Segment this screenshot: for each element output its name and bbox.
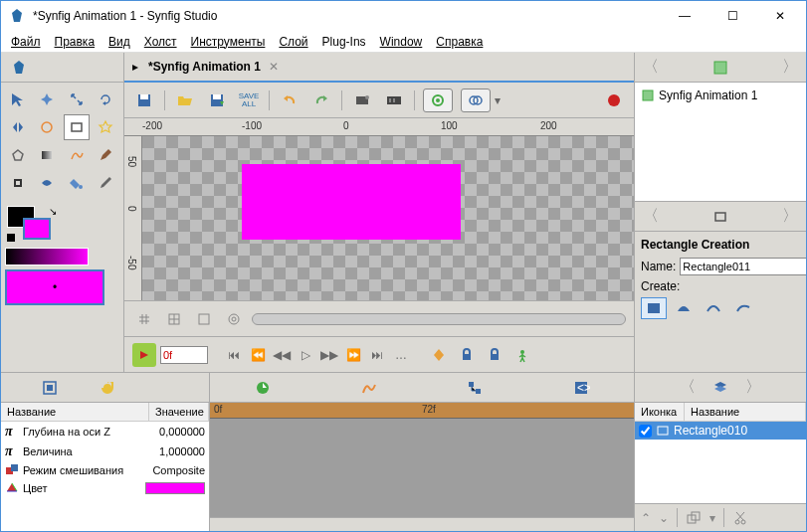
gradient-preview[interactable] bbox=[5, 248, 89, 266]
redo-button[interactable] bbox=[309, 89, 333, 112]
create-region-button[interactable] bbox=[641, 297, 667, 319]
menu-file[interactable]: Файл bbox=[5, 33, 47, 51]
create-outline-button[interactable] bbox=[671, 297, 697, 319]
col-value[interactable]: Значение bbox=[149, 403, 209, 421]
rectangle-shape[interactable] bbox=[242, 164, 461, 240]
maximize-button[interactable]: ☐ bbox=[714, 4, 750, 28]
nav-next-icon[interactable]: 〉 bbox=[745, 377, 761, 398]
menu-window[interactable]: Window bbox=[374, 33, 429, 51]
close-button[interactable]: ✕ bbox=[762, 4, 798, 28]
tool-scale[interactable] bbox=[64, 87, 90, 112]
layers-tab-icon[interactable] bbox=[711, 379, 729, 397]
tool-fill[interactable] bbox=[64, 170, 90, 196]
nav-prev-icon[interactable]: 〈 bbox=[643, 57, 659, 78]
tool-rotate[interactable] bbox=[93, 87, 118, 112]
tool-transform[interactable] bbox=[5, 87, 31, 112]
col-name[interactable]: Название bbox=[1, 403, 149, 421]
animate-toggle[interactable] bbox=[132, 343, 156, 367]
nav-prev-icon[interactable]: 〈 bbox=[643, 206, 659, 227]
param-row[interactable]: Режим смешивания Composite bbox=[1, 461, 209, 479]
preview-button[interactable] bbox=[350, 89, 374, 112]
seek-end-button[interactable]: ⏭ bbox=[367, 345, 387, 365]
nav-prev-icon[interactable]: 〈 bbox=[680, 377, 696, 398]
keyframes-tab-icon[interactable] bbox=[99, 379, 116, 397]
undo-button[interactable] bbox=[278, 89, 302, 112]
menu-help[interactable]: Справка bbox=[430, 33, 489, 51]
timetrack-tab-icon[interactable] bbox=[254, 379, 272, 397]
layer-down-icon[interactable]: ⌄ bbox=[659, 511, 669, 525]
param-row[interactable]: π Величина 1,000000 bbox=[1, 442, 209, 461]
render-button[interactable] bbox=[382, 89, 406, 112]
menu-tools[interactable]: Инструменты bbox=[185, 33, 272, 51]
layer-visible-checkbox[interactable] bbox=[639, 425, 652, 438]
next-frame-button[interactable]: ▶▶ bbox=[319, 345, 339, 365]
dropdown-icon[interactable]: ▾ bbox=[495, 93, 501, 107]
metadata-tab-icon[interactable]: <> bbox=[572, 379, 590, 397]
toolbox-tab[interactable] bbox=[7, 56, 31, 80]
minimize-button[interactable]: — bbox=[667, 4, 703, 28]
prev-frame-button[interactable]: ◀◀ bbox=[272, 345, 292, 365]
close-tab-icon[interactable]: ✕ bbox=[269, 60, 279, 74]
col-icon[interactable]: Иконка bbox=[635, 403, 685, 421]
create-advanced-outline-button[interactable] bbox=[701, 297, 726, 319]
nav-next-icon[interactable]: 〉 bbox=[782, 206, 798, 227]
show-guides-button[interactable] bbox=[192, 307, 216, 331]
layer-cut-icon[interactable] bbox=[732, 510, 748, 526]
nav-next-icon[interactable]: 〉 bbox=[782, 57, 798, 78]
tool-gradient[interactable] bbox=[34, 142, 60, 168]
layer-up-icon[interactable]: ⌃ bbox=[641, 511, 651, 525]
menu-edit[interactable]: Правка bbox=[49, 33, 101, 51]
tool-smooth-move[interactable] bbox=[34, 87, 60, 112]
tool-spline[interactable] bbox=[64, 142, 90, 168]
keyframe-lock-button[interactable] bbox=[455, 343, 479, 367]
col-name[interactable]: Название bbox=[685, 403, 806, 421]
snap-grid-button[interactable] bbox=[132, 307, 156, 331]
menu-plugins[interactable]: Plug-Ins bbox=[316, 33, 372, 51]
menu-canvas[interactable]: Холст bbox=[138, 33, 183, 51]
keyframe-lock-past[interactable] bbox=[427, 343, 451, 367]
tool-cutout[interactable] bbox=[5, 170, 31, 196]
save-as-button[interactable] bbox=[205, 89, 229, 112]
menu-view[interactable]: Вид bbox=[102, 33, 136, 51]
seek-start-button[interactable]: ⏮ bbox=[224, 345, 244, 365]
keyframe-lock-future[interactable] bbox=[483, 343, 506, 367]
tool-draw[interactable] bbox=[93, 142, 118, 168]
caret-icon[interactable]: ▸ bbox=[130, 58, 140, 76]
tool-eyedrop[interactable] bbox=[93, 170, 118, 196]
save-all-button[interactable]: SAVE ALL bbox=[237, 89, 261, 112]
preview-quality-button[interactable] bbox=[423, 89, 453, 112]
params-tab-icon[interactable] bbox=[41, 379, 59, 397]
open-button[interactable] bbox=[173, 89, 197, 112]
onion-skin-button[interactable] bbox=[461, 89, 491, 112]
canvas-list-icon[interactable] bbox=[711, 59, 729, 77]
more-button[interactable]: … bbox=[391, 345, 411, 365]
layer-group-icon[interactable] bbox=[686, 510, 702, 526]
tool-opts-tab-icon[interactable] bbox=[712, 209, 728, 225]
color-value[interactable] bbox=[145, 482, 205, 494]
tool-width[interactable] bbox=[34, 170, 60, 196]
next-keyframe-button[interactable]: ⏩ bbox=[343, 345, 363, 365]
timeline-scrollbar[interactable] bbox=[210, 517, 634, 531]
zoom-slider[interactable] bbox=[252, 313, 626, 325]
create-plant-button[interactable] bbox=[730, 297, 756, 319]
tool-circle[interactable] bbox=[34, 114, 60, 140]
dropdown-icon[interactable]: ▾ bbox=[709, 511, 715, 525]
tool-star[interactable] bbox=[93, 114, 118, 140]
param-row[interactable]: Цвет bbox=[1, 479, 209, 497]
timeline-body[interactable]: 0f 72f bbox=[210, 403, 634, 517]
record-button[interactable] bbox=[602, 89, 626, 112]
tool-mirror[interactable] bbox=[5, 114, 31, 140]
children-tab-icon[interactable] bbox=[466, 379, 484, 397]
swap-colors-icon[interactable]: ↘ bbox=[49, 206, 57, 217]
save-button[interactable] bbox=[132, 89, 156, 112]
play-button[interactable]: ▷ bbox=[296, 345, 315, 365]
onion-button[interactable] bbox=[222, 307, 246, 331]
param-row[interactable]: π Глубина на оси Z 0,000000 bbox=[1, 422, 209, 442]
canvas-viewport[interactable] bbox=[142, 136, 634, 300]
current-color-preview[interactable] bbox=[5, 269, 104, 305]
name-input[interactable] bbox=[680, 258, 807, 275]
prev-keyframe-button[interactable]: ⏪ bbox=[248, 345, 268, 365]
layer-row[interactable]: Rectangle010 bbox=[635, 422, 806, 440]
document-tab[interactable]: *Synfig Animation 1 bbox=[148, 60, 261, 74]
canvas-list-item[interactable]: Synfig Animation 1 bbox=[639, 87, 802, 104]
